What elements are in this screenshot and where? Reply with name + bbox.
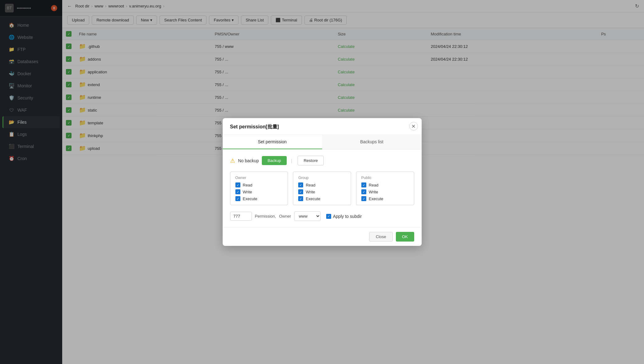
group-execute-label: Execute (306, 196, 320, 201)
permission-input[interactable] (230, 212, 252, 221)
owner-write-row: ✓ Write (235, 189, 283, 194)
dialog-footer: Close OK (223, 227, 422, 246)
public-write-label: Write (369, 190, 378, 194)
public-read-checkbox[interactable]: ✓ (361, 182, 366, 187)
tab-set-permission[interactable]: Set permission (223, 135, 322, 149)
owner-execute-label: Execute (243, 196, 257, 201)
public-legend: Public (361, 176, 409, 180)
owner-label: Owner (279, 214, 291, 219)
group-write-checkbox[interactable]: ✓ (298, 189, 303, 194)
group-execute-row: ✓ Execute (298, 196, 346, 201)
public-write-row: ✓ Write (361, 189, 409, 194)
group-group: Group ✓ Read ✓ Write ✓ Execute (293, 172, 351, 205)
owner-group: Owner ✓ Read ✓ Write ✓ Execute (230, 172, 288, 205)
group-legend: Group (298, 176, 346, 180)
permission-dialog: Set permission[批量] ✕ Set permission Back… (223, 118, 422, 246)
group-read-label: Read (306, 183, 315, 187)
public-execute-label: Execute (369, 196, 383, 201)
ok-button[interactable]: OK (396, 232, 414, 242)
public-read-label: Read (369, 183, 378, 187)
owner-select[interactable]: www root nobody (294, 211, 321, 221)
group-read-checkbox[interactable]: ✓ (298, 182, 303, 187)
owner-read-row: ✓ Read (235, 182, 283, 187)
dialog-tabs: Set permission Backups list (223, 135, 422, 150)
public-read-row: ✓ Read (361, 182, 409, 187)
modal-overlay: Set permission[批量] ✕ Set permission Back… (0, 0, 644, 364)
public-execute-checkbox[interactable]: ✓ (361, 196, 366, 201)
permission-groups: Owner ✓ Read ✓ Write ✓ Execute (230, 172, 414, 205)
backup-notice: ⚠ No backup Backup | Restore (230, 156, 414, 165)
owner-write-label: Write (243, 190, 252, 194)
apply-subdir-label: Apply to subdir (333, 214, 362, 219)
owner-read-checkbox[interactable]: ✓ (235, 182, 240, 187)
warning-icon: ⚠ (230, 157, 235, 164)
dialog-close-button[interactable]: ✕ (409, 122, 418, 131)
no-backup-label: No backup (238, 158, 259, 163)
owner-legend: Owner (235, 176, 283, 180)
close-button[interactable]: Close (369, 232, 392, 242)
dialog-title: Set permission[批量] (223, 118, 422, 135)
owner-execute-checkbox[interactable]: ✓ (235, 196, 240, 201)
group-execute-checkbox[interactable]: ✓ (298, 196, 303, 201)
restore-button[interactable]: Restore (298, 156, 324, 165)
owner-execute-row: ✓ Execute (235, 196, 283, 201)
owner-read-label: Read (243, 183, 253, 187)
group-write-row: ✓ Write (298, 189, 346, 194)
dialog-bottom-row: Permission, Owner www root nobody ✓ Appl… (230, 211, 414, 221)
public-execute-row: ✓ Execute (361, 196, 409, 201)
public-write-checkbox[interactable]: ✓ (361, 189, 366, 194)
dialog-body: ⚠ No backup Backup | Restore Owner ✓ Rea… (223, 150, 422, 227)
tab-backups-list[interactable]: Backups list (322, 135, 422, 149)
owner-write-checkbox[interactable]: ✓ (235, 189, 240, 194)
group-write-label: Write (306, 190, 315, 194)
apply-subdir-checkbox[interactable]: ✓ (326, 214, 331, 219)
group-read-row: ✓ Read (298, 182, 346, 187)
apply-subdir-container: ✓ Apply to subdir (326, 214, 362, 219)
permission-label: Permission, (255, 214, 276, 219)
public-group: Public ✓ Read ✓ Write ✓ Execute (356, 172, 414, 205)
backup-button[interactable]: Backup (262, 156, 286, 165)
